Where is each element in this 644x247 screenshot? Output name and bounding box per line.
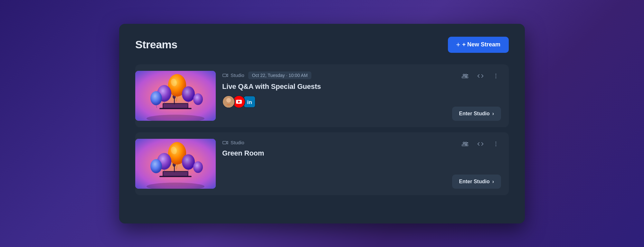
stream-title: Live Q&A with Special Guests bbox=[222, 82, 501, 91]
enter-studio-label: Enter Studio bbox=[459, 111, 490, 117]
new-stream-label: + New Stream bbox=[462, 41, 500, 48]
stream-type: Studio bbox=[222, 139, 244, 146]
svg-point-46 bbox=[150, 159, 162, 173]
stream-actions bbox=[460, 139, 501, 149]
stream-thumbnail bbox=[135, 139, 216, 189]
svg-point-31 bbox=[496, 77, 497, 78]
video-camera-icon bbox=[222, 139, 229, 146]
stream-type-label: Studio bbox=[231, 140, 244, 145]
stream-meta-row: Studio Oct 22, Tuesday · 10:00 AM bbox=[222, 71, 501, 79]
stream-actions bbox=[460, 71, 501, 81]
stream-card: Studio Oct 22, Tuesday · 10:00 AM Live Q… bbox=[135, 64, 509, 127]
svg-point-16 bbox=[193, 93, 203, 105]
main-panel: Streams + + New Stream bbox=[119, 24, 525, 223]
new-stream-button[interactable]: + + New Stream bbox=[448, 37, 509, 53]
add-person-button[interactable] bbox=[460, 71, 470, 81]
svg-point-47 bbox=[193, 161, 203, 173]
svg-point-54 bbox=[496, 145, 497, 146]
svg-point-29 bbox=[496, 73, 497, 74]
stream-platforms: in bbox=[222, 95, 501, 108]
svg-rect-5 bbox=[164, 104, 187, 108]
add-person-button[interactable] bbox=[460, 139, 470, 149]
stream-type: Studio bbox=[222, 72, 244, 79]
svg-point-30 bbox=[496, 75, 497, 76]
svg-rect-18 bbox=[223, 74, 227, 76]
chevron-right-icon: › bbox=[492, 111, 494, 117]
svg-point-14 bbox=[150, 91, 162, 105]
stream-card: Studio Green Room bbox=[135, 132, 509, 195]
svg-point-53 bbox=[496, 143, 497, 144]
stream-list: Studio Oct 22, Tuesday · 10:00 AM Live Q… bbox=[135, 64, 509, 195]
page-header: Streams + + New Stream bbox=[135, 37, 509, 53]
svg-rect-49 bbox=[223, 141, 227, 144]
svg-point-44 bbox=[182, 154, 195, 170]
stream-thumbnail bbox=[135, 71, 216, 121]
page-title: Streams bbox=[135, 38, 177, 51]
enter-studio-button-1[interactable]: Enter Studio › bbox=[452, 107, 501, 121]
video-camera-icon bbox=[222, 72, 229, 79]
more-options-button[interactable] bbox=[491, 139, 501, 149]
embed-code-button[interactable] bbox=[475, 139, 486, 149]
embed-code-button[interactable] bbox=[475, 71, 486, 81]
stream-meta-row: Studio bbox=[222, 139, 501, 146]
stream-date: Oct 22, Tuesday · 10:00 AM bbox=[248, 71, 312, 79]
enter-studio-label: Enter Studio bbox=[459, 179, 490, 185]
svg-point-20 bbox=[226, 98, 231, 102]
plus-icon: + bbox=[456, 41, 460, 48]
svg-point-52 bbox=[496, 141, 497, 142]
stream-type-label: Studio bbox=[231, 72, 244, 78]
stream-title: Green Room bbox=[222, 149, 501, 157]
enter-studio-button-2[interactable]: Enter Studio › bbox=[452, 175, 501, 189]
svg-text:in: in bbox=[247, 99, 252, 105]
more-options-button[interactable] bbox=[491, 71, 501, 81]
avatar-person bbox=[222, 95, 235, 108]
svg-point-12 bbox=[182, 86, 195, 102]
chevron-right-icon: › bbox=[492, 179, 494, 185]
svg-rect-37 bbox=[164, 172, 187, 176]
